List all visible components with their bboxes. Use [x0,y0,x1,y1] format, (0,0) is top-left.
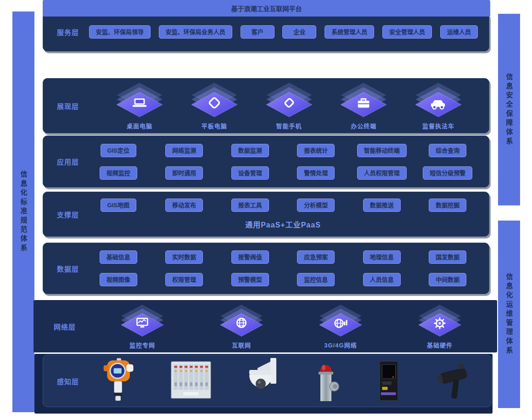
tablet-icon [188,82,241,120]
platform-banner-label: 基于浪潮工业互联网平台 [231,4,302,13]
right-top-bar-label: 信息安全保障体系 [504,73,514,147]
support-content: GIS地图 移动发布 报表工具 分析模型 数据推送 数据挖掘 通用PaaS+工业… [85,199,489,230]
architecture-diagram: 信息化标准规范体系 信息安全保障体系 信息化运维管理体系 服务层 安监、环保局领… [0,0,532,420]
data-chip: 监控信息 [297,273,335,286]
support-layer-panel: 支撑层 GIS地图 移动发布 报表工具 分析模型 数据推送 数据挖掘 通用Paa… [43,192,489,237]
service-layer-panel: 服务层 安监、环保局领导 安监、环保局业务人员 客户 企业 系统管理人员 安全管… [43,12,489,51]
internet-globe-icon [217,304,266,340]
network-item-label: 3G/4G网络 [324,341,357,349]
presentation-item-label: 智能手机 [276,121,302,130]
service-layer-label: 服务层 [50,27,85,37]
left-standard-system-bar: 信息化标准规范体系 [12,11,34,412]
right-ops-system-bar: 信息化运维管理体系 [498,221,520,408]
application-chip: 人员权限管理 [357,166,407,180]
gas-detector [101,358,139,404]
platform-banner: 基于浪潮工业互联网平台 [43,0,490,17]
data-chip: 中间数据 [429,273,466,286]
service-buttons-row: 安监、环保局领导 安监、环保局业务人员 客户 企业 系统管理人员 安全管理人员 … [85,25,489,39]
data-chip: 人员信息 [363,273,401,286]
support-chip: 数据推送 [363,199,401,212]
network-item: 3G/4G网络 [316,304,365,349]
presentation-item-label: 办公终端 [351,121,376,130]
presentation-item: 智能手机 [263,82,316,130]
data-layer-panel: 数据层 基础信息 实时数据 报警阀值 应急预案 地理信息 国发数据 视频图像 权… [43,243,489,294]
paas-subtitle: 通用PaaS+工业PaaS [85,219,481,230]
data-chip: 应急预案 [297,250,335,264]
network-item: 基础硬件 [415,304,464,349]
data-chip: 国发数据 [429,250,466,264]
presentation-item: 平板电脑 [188,82,241,130]
mobile-network-icon [316,304,365,340]
network-icon-row: 监控专网 互联网 [82,304,497,349]
presentation-item: 监督执法车 [412,82,465,130]
data-chip: 地理信息 [363,250,401,264]
application-chip: 报表统计 [297,144,335,157]
alarm-beacon [312,359,340,403]
support-chip: GIS地图 [101,199,136,212]
service-chip: 安全管理人员 [382,25,432,39]
support-chip: 移动发布 [165,199,203,212]
application-chip: 短信分级预警 [423,166,472,180]
data-chip-grid: 基础信息 实时数据 报警阀值 应急预案 地理信息 国发数据 视频图像 权限管理 … [85,250,489,286]
monitoring-cabinet [171,360,211,402]
presentation-item-label: 平板电脑 [202,121,227,130]
application-chip-grid: GIS定位 网络监测 数据监测 报表统计 智能移动终端 综合查询 视频监控 即时… [85,144,489,180]
network-item: 互联网 [217,304,266,349]
enforcement-vehicle-icon [412,82,465,120]
application-layer-panel: 应用层 GIS定位 网络监测 数据监测 报表统计 智能移动终端 综合查询 视频监… [43,136,489,187]
support-chip-grid: GIS地图 移动发布 报表工具 分析模型 数据推送 数据挖掘 [85,199,481,212]
perception-layer-label: 感知层 [50,376,85,386]
network-layer-label: 网络层 [47,322,82,331]
data-chip: 实时数据 [165,250,203,264]
access-control-terminal [373,358,405,404]
service-chip: 运维人员 [440,25,478,39]
presentation-item-label: 桌面电脑 [127,121,152,130]
service-chip: 安监、环保局领导 [89,25,151,39]
office-terminal-icon [337,82,390,120]
perception-layer-band: 感知层 [34,354,493,414]
support-chip: 分析模型 [297,199,335,212]
presentation-layer-panel: 展现层 桌面电脑 平 [43,78,489,133]
application-chip: 设备管理 [231,166,269,180]
base-hardware-icon [415,304,464,340]
surveillance-network-icon [118,304,167,340]
data-chip: 预警模型 [231,273,269,286]
support-chip: 报表工具 [231,199,269,212]
perception-layer-panel: 感知层 [43,355,492,407]
application-chip: 综合查询 [429,144,466,157]
presentation-icon-row: 桌面电脑 平板电脑 智能手机 [85,82,489,130]
application-chip: 网络监测 [165,144,203,157]
data-chip: 报警阀值 [231,250,269,264]
network-layer-panel: 网络层 监控专网 [34,300,497,352]
presentation-item: 办公终端 [337,82,390,130]
presentation-layer-label: 展现层 [50,101,85,111]
desktop-computer-icon [113,82,166,120]
network-item: 监控专网 [118,304,167,349]
data-chip: 基础信息 [100,250,137,264]
application-chip: 即时通用 [165,166,203,180]
handheld-detector [437,359,474,403]
right-security-system-bar: 信息安全保障体系 [498,14,520,205]
service-chip: 客户 [241,25,274,39]
right-bottom-bar-label: 信息化运维管理体系 [504,273,514,356]
application-chip: 警情处理 [297,166,335,180]
application-chip: 智能移动终端 [357,144,407,157]
network-item-label: 基础硬件 [427,341,453,349]
left-bar-label: 信息化标准规范体系 [19,170,28,253]
application-chip: GIS定位 [101,144,136,157]
data-layer-label: 数据层 [50,264,85,273]
presentation-item-label: 监督执法车 [422,121,454,130]
smartphone-icon [263,82,316,120]
network-item-label: 互联网 [232,341,251,349]
ptz-dome-camera [244,358,280,404]
service-chip: 企业 [282,25,316,39]
application-chip: 数据监测 [231,144,269,157]
application-chip: 视频监控 [100,166,137,180]
network-item-label: 监控专网 [129,341,155,349]
service-chip: 系统管理人员 [325,25,374,39]
support-layer-label: 支撑层 [50,210,85,219]
perception-device-row [85,358,491,404]
service-chip: 安监、环保局业务人员 [159,25,232,39]
application-layer-label: 应用层 [50,157,85,166]
presentation-item: 桌面电脑 [113,82,166,130]
